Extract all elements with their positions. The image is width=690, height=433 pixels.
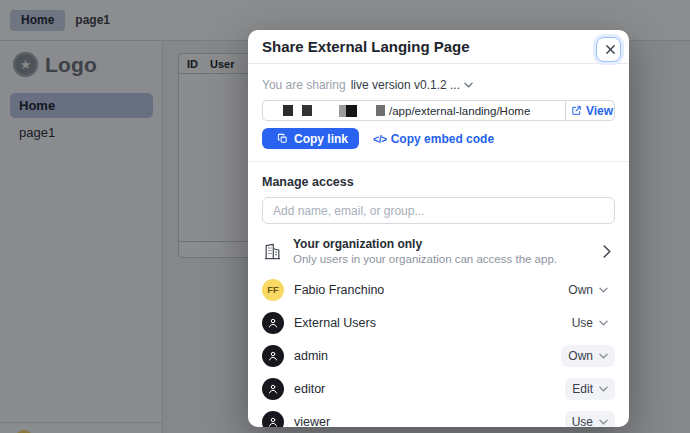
screen: Home page1 ★ Logo Home page1 Fabio Franc…: [0, 0, 690, 433]
version-picker[interactable]: live version v0.1.2 ...: [351, 78, 473, 92]
share-url-group: /app/external-landing/Home View: [262, 100, 615, 121]
chevron-down-icon: [464, 82, 473, 88]
member-avatar-person-icon: [262, 345, 284, 367]
redacted-url-segment: [302, 105, 312, 116]
sharing-line: You are sharing live version v0.1.2 ...: [262, 78, 615, 92]
member-name: External Users: [294, 316, 376, 330]
member-list: FF Fabio Franchino Own External Users Us…: [262, 273, 615, 427]
copy-icon: [277, 133, 288, 144]
member-name: viewer: [294, 415, 330, 428]
org-access-row[interactable]: Your organization only Only users in you…: [262, 233, 615, 269]
redacted-url-segment: [376, 105, 385, 116]
member-role-label: Use: [572, 415, 593, 428]
member-row: editor Edit: [262, 372, 615, 405]
member-role-select[interactable]: Use: [565, 312, 615, 334]
member-avatar-initials: FF: [262, 279, 284, 301]
view-button[interactable]: View: [565, 100, 615, 121]
member-role-select[interactable]: Own: [561, 345, 615, 367]
organization-building-icon: [262, 242, 282, 261]
org-access-text: Your organization only Only users in you…: [293, 237, 557, 265]
share-url-path: /app/external-landing/Home: [389, 105, 530, 117]
member-role-label: Own: [568, 349, 593, 363]
share-actions: Copy link </> Copy embed code: [262, 128, 615, 149]
chevron-down-icon: [599, 320, 608, 326]
member-role-label: Use: [572, 316, 593, 330]
chevron-down-icon: [599, 287, 608, 293]
member-name: Fabio Franchino: [294, 283, 384, 297]
view-button-label: View: [586, 104, 613, 118]
member-name: editor: [294, 382, 325, 396]
share-modal: Share External Langing Page You are shar…: [248, 30, 629, 427]
member-avatar-person-icon: [262, 411, 284, 428]
org-access-title: Your organization only: [293, 237, 557, 251]
sharing-prefix: You are sharing: [262, 78, 346, 92]
org-access-subtitle: Only users in your organization can acce…: [293, 253, 557, 265]
member-avatar-person-icon: [262, 378, 284, 400]
modal-body: You are sharing live version v0.1.2 ... …: [248, 64, 629, 427]
member-avatar-person-icon: [262, 312, 284, 334]
invite-input[interactable]: [262, 197, 615, 224]
member-row: FF Fabio Franchino Own: [262, 273, 615, 306]
chevron-down-icon: [599, 353, 608, 359]
chevron-down-icon: [599, 419, 608, 425]
share-url-field[interactable]: /app/external-landing/Home: [262, 100, 565, 121]
copy-embed-code-link[interactable]: </> Copy embed code: [373, 132, 494, 146]
close-icon: [605, 44, 616, 55]
copy-embed-code-label: Copy embed code: [391, 132, 494, 146]
copy-link-label: Copy link: [294, 132, 348, 146]
member-name: admin: [294, 349, 328, 363]
close-button[interactable]: [596, 37, 621, 62]
code-icon: </>: [373, 133, 387, 145]
member-row: admin Own: [262, 339, 615, 372]
manage-access-title: Manage access: [262, 175, 615, 189]
chevron-down-icon: [599, 386, 608, 392]
member-role-label: Own: [568, 283, 593, 297]
copy-link-button[interactable]: Copy link: [262, 128, 359, 149]
version-label: live version v0.1.2 ...: [351, 78, 460, 92]
external-link-icon: [571, 105, 582, 116]
member-row: viewer Use: [262, 405, 615, 427]
redacted-url-segment: [339, 105, 346, 117]
modal-title: Share External Langing Page: [262, 38, 470, 55]
member-role-select[interactable]: Own: [561, 279, 615, 301]
member-row: External Users Use: [262, 306, 615, 339]
member-role-label: Edit: [572, 382, 593, 396]
chevron-right-icon: [603, 245, 611, 258]
redacted-url-segment: [346, 105, 357, 117]
member-role-select[interactable]: Use: [565, 411, 615, 428]
modal-header: Share External Langing Page: [248, 30, 629, 64]
member-role-select[interactable]: Edit: [565, 378, 615, 400]
section-divider: [248, 161, 629, 162]
redacted-url-segment: [283, 105, 293, 116]
